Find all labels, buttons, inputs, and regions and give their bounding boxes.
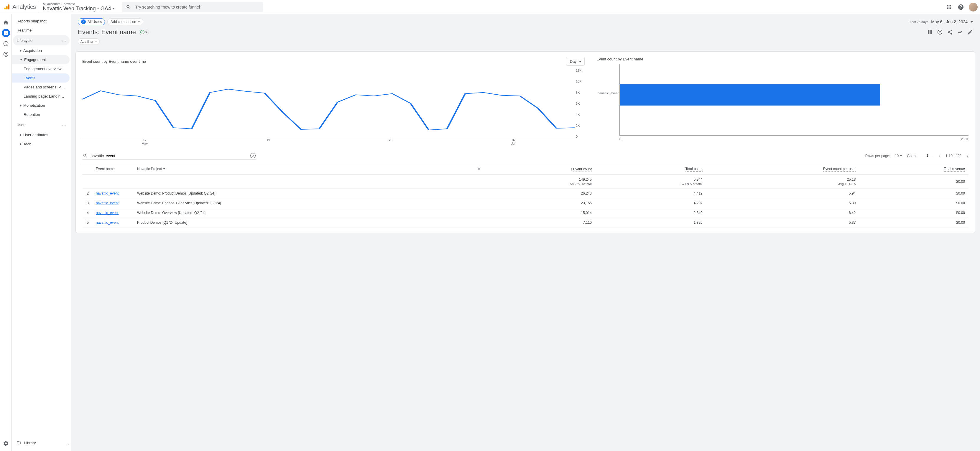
user-avatar[interactable] <box>969 3 978 11</box>
col-project-dropdown[interactable]: Navattic Project <box>137 167 165 171</box>
property-selector[interactable]: All accounts › navattic Navattic Web Tra… <box>39 1 115 13</box>
col-total-revenue[interactable]: Total revenue <box>859 163 969 175</box>
table-row: 5navattic_eventProduct Demos [Q1 '24 Upd… <box>82 218 969 227</box>
row-index: 2 <box>82 189 92 199</box>
insights-icon[interactable] <box>937 29 943 35</box>
nav-admin-icon[interactable] <box>2 439 10 448</box>
sidebar-user-attributes-label: User attributes <box>23 133 48 137</box>
collapse-nav-icon[interactable]: ‹ <box>65 440 72 448</box>
sidebar-events[interactable]: Events <box>12 73 70 83</box>
chevron-up-icon: ︿ <box>62 122 66 127</box>
search-icon <box>126 5 131 10</box>
header-actions <box>945 3 978 11</box>
add-filter-label: Add filter <box>81 40 93 43</box>
sidebar-reports-snapshot[interactable]: Reports snapshot <box>12 16 71 25</box>
row-project: Website Demo: Product Demos [Updated: Q2… <box>134 189 484 199</box>
help-icon[interactable] <box>957 3 965 11</box>
apps-icon[interactable] <box>945 3 953 11</box>
breadcrumb-account: navattic <box>64 2 75 6</box>
sidebar-tech[interactable]: Tech <box>12 140 71 149</box>
table-row: 4navattic_eventWebsite Demo: Overview [U… <box>82 208 969 218</box>
data-quality-indicator[interactable]: ✓ <box>139 29 149 35</box>
event-name-link[interactable]: navattic_event <box>96 201 119 205</box>
row-project: Website Demo: Overview [Updated: Q2 '24] <box>134 208 484 218</box>
goto-input[interactable] <box>921 154 934 158</box>
sort-desc-icon: ↓ <box>571 167 573 171</box>
row-event-count: 23,155 <box>484 199 595 208</box>
sidebar-monetization[interactable]: Monetization <box>12 101 71 110</box>
sidebar-engagement[interactable]: Engagement <box>12 55 70 64</box>
nav-home-icon[interactable] <box>2 18 10 27</box>
global-search[interactable] <box>122 2 263 13</box>
y-tick: 8K <box>576 91 580 94</box>
date-range-picker[interactable]: Last 28 days May 6 - Jun 2, 2024 <box>910 19 973 24</box>
add-comparison-button[interactable]: Add comparison + <box>107 18 143 25</box>
report-actions <box>927 29 973 35</box>
row-project: Website Demo: Engage + Analytics [Update… <box>134 199 484 208</box>
sidebar-pages-screens[interactable]: Pages and screens: Page ti... <box>12 83 70 92</box>
table-search[interactable]: ✕ <box>82 152 256 160</box>
next-page-button[interactable]: › <box>966 154 969 158</box>
row-ecpu: 5.39 <box>706 199 859 208</box>
clear-search-icon[interactable]: ✕ <box>250 153 256 158</box>
plus-icon: + <box>95 40 97 43</box>
svg-point-13 <box>3 52 8 57</box>
sidebar-library[interactable]: Library <box>12 438 71 448</box>
sidebar-retention[interactable]: Retention <box>12 110 71 119</box>
property-name: Navattic Web Tracking - GA4 <box>43 6 111 12</box>
search-input[interactable] <box>135 5 259 10</box>
prev-page-button[interactable]: ‹ <box>939 154 941 158</box>
sidebar-acquisition[interactable]: Acquisition <box>12 46 71 55</box>
bar-chart: navattic_event 0200K <box>597 64 969 141</box>
nav-reports-icon[interactable] <box>2 29 10 37</box>
nav-explore-icon[interactable] <box>2 40 10 48</box>
col-total-users[interactable]: Total users <box>595 163 706 175</box>
sidebar-engagement-overview[interactable]: Engagement overview <box>12 64 70 73</box>
svg-rect-15 <box>928 30 929 34</box>
svg-rect-6 <box>947 6 948 7</box>
granularity-select[interactable]: Day <box>566 57 585 66</box>
sidebar-user-label: User <box>16 122 24 127</box>
table-row: 3navattic_eventWebsite Demo: Engage + An… <box>82 199 969 208</box>
bar-plot-area: navattic_event <box>619 64 969 136</box>
sidebar-life-cycle[interactable]: Life cycle ︿ <box>13 35 70 45</box>
total-users: 5,944 <box>694 178 703 182</box>
y-tick: 0 <box>576 135 578 138</box>
goto-label: Go to: <box>907 154 916 158</box>
nav-advertising-icon[interactable] <box>2 50 10 58</box>
logo-text: Analytics <box>13 3 36 10</box>
report-header: A All Users Add comparison + Last 28 day… <box>71 14 980 48</box>
rows-per-page-select[interactable]: 10 <box>895 154 902 158</box>
sidebar-user[interactable]: User ︿ <box>13 120 70 130</box>
segment-all-users[interactable]: A All Users <box>78 18 105 25</box>
add-filter-button[interactable]: Add filter + <box>78 38 100 45</box>
caret-down-icon <box>163 168 165 170</box>
line-plot-area <box>82 69 574 137</box>
share-icon[interactable] <box>947 29 953 35</box>
y-tick: 2K <box>576 124 580 127</box>
caret-right-icon <box>20 134 22 136</box>
events-table: Event name Navattic Project ✕ ↓Event cou… <box>82 163 969 227</box>
col-ec-per-user[interactable]: Event count per user <box>706 163 859 175</box>
edit-icon[interactable] <box>967 29 973 35</box>
logo-group: Analytics <box>3 3 36 11</box>
event-name-link[interactable]: navattic_event <box>96 221 119 225</box>
event-name-link[interactable]: navattic_event <box>96 211 119 215</box>
table-search-input[interactable] <box>91 154 247 158</box>
side-nav: Reports snapshot Realtime Life cycle ︿ A… <box>12 14 71 451</box>
clear-dimension-icon[interactable]: ✕ <box>477 166 481 172</box>
table-controls: ✕ Rows per page: 10 Go to: ‹ 1-10 of 29 … <box>82 152 969 160</box>
bar-chart-title: Event count by Event name <box>597 57 643 61</box>
add-comparison-label: Add comparison <box>111 20 136 24</box>
total-ecpu-sub: Avg +0.67% <box>710 182 856 186</box>
sidebar-landing-page[interactable]: Landing page: Landing page <box>12 92 70 101</box>
compare-icon[interactable] <box>927 29 933 35</box>
report-card: Event count by Event name over time Day … <box>75 51 975 233</box>
sidebar-user-attributes[interactable]: User attributes <box>12 130 71 140</box>
x-tick: 12May <box>142 138 148 145</box>
col-event-count[interactable]: ↓Event count <box>484 163 595 175</box>
event-name-link[interactable]: navattic_event <box>96 191 119 195</box>
trend-icon[interactable] <box>957 29 963 35</box>
sidebar-acquisition-label: Acquisition <box>23 48 42 53</box>
sidebar-realtime[interactable]: Realtime <box>12 25 71 35</box>
